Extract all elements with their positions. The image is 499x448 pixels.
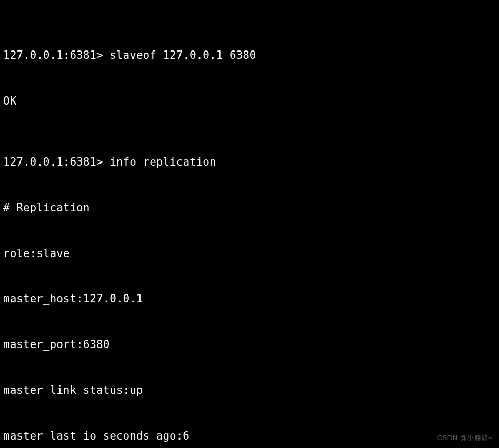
prompt: 127.0.0.1:6381>: [3, 156, 103, 168]
prompt: 127.0.0.1:6381>: [3, 49, 103, 62]
output-line: # Replication: [3, 200, 496, 216]
output-line: master_last_io_seconds_ago:6: [3, 429, 496, 444]
command-text: slaveof 127.0.0.1 6380: [109, 49, 256, 62]
command-text: info replication: [109, 156, 216, 168]
output-line: master_link_status:up: [3, 383, 496, 398]
output-line: role:slave: [3, 246, 496, 261]
command-line: 127.0.0.1:6381> info replication: [3, 155, 496, 170]
command-line: 127.0.0.1:6381> slaveof 127.0.0.1 6380: [3, 48, 496, 63]
output-line: OK: [3, 94, 496, 109]
terminal[interactable]: 127.0.0.1:6381> slaveof 127.0.0.1 6380 O…: [3, 2, 496, 448]
output-line: master_port:6380: [3, 337, 496, 352]
output-line: master_host:127.0.0.1: [3, 291, 496, 307]
watermark: CSDN @小胖鲸~: [437, 433, 493, 443]
